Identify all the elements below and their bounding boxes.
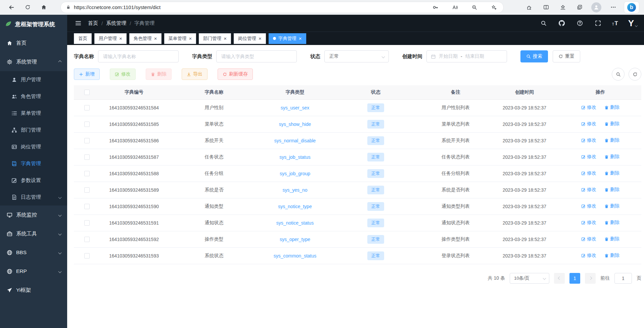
row-checkbox[interactable] (84, 253, 90, 259)
row-delete-button[interactable]: 删除 (604, 137, 619, 143)
sidebar-item-dept-mgmt[interactable]: 部门管理 (0, 122, 67, 138)
extensions-button[interactable] (523, 2, 535, 13)
dict-type-link[interactable]: sys_user_sex (281, 105, 310, 110)
row-delete-button[interactable]: 删除 (604, 170, 619, 176)
dict-type-input[interactable] (216, 50, 297, 62)
create-time-range-picker[interactable]: 开始日期 - 结束日期 (426, 50, 507, 62)
app-logo[interactable]: 意框架管理系统 (0, 15, 67, 34)
sidebar-item-post-mgmt[interactable]: 岗位管理 (0, 138, 67, 155)
tab-dict-mgmt[interactable]: 字典管理× (269, 33, 306, 44)
select-all-checkbox[interactable] (84, 90, 90, 95)
row-edit-button[interactable]: 修改 (581, 252, 596, 259)
favorites-button[interactable] (557, 2, 569, 13)
sidebar-item-home[interactable]: 首页 (0, 34, 67, 52)
github-link[interactable] (558, 19, 566, 27)
tab-role-mgmt[interactable]: 角色管理× (129, 33, 162, 44)
row-checkbox[interactable] (84, 138, 90, 143)
browser-back-button[interactable] (5, 2, 18, 13)
user-menu[interactable]: Y (628, 19, 637, 28)
sidebar-item-param-settings[interactable]: 参数设置 (0, 172, 67, 189)
dict-type-link[interactable]: sys_yes_no (283, 187, 308, 193)
row-checkbox[interactable] (84, 122, 90, 127)
edit-button[interactable]: 修改 (110, 68, 136, 80)
breadcrumb-system-mgmt[interactable]: 系统管理 (106, 20, 126, 27)
reset-button[interactable]: 重置 (553, 50, 580, 62)
row-delete-button[interactable]: 删除 (604, 121, 619, 127)
dict-type-link[interactable]: sys_oper_type (280, 237, 310, 242)
more-options-button[interactable] (607, 2, 619, 13)
dict-type-link[interactable]: sys_normal_disable (274, 138, 316, 143)
tab-user-mgmt[interactable]: 用户管理× (94, 33, 127, 44)
fullscreen-button[interactable] (594, 19, 602, 27)
row-delete-button[interactable]: 删除 (604, 236, 619, 242)
close-icon[interactable]: × (299, 36, 302, 41)
profile-button[interactable] (590, 2, 602, 13)
password-manager-button[interactable] (431, 2, 440, 13)
tab-post-mgmt[interactable]: 岗位管理× (234, 33, 266, 44)
row-checkbox[interactable] (84, 187, 90, 193)
row-checkbox[interactable] (84, 105, 90, 110)
close-icon[interactable]: × (189, 36, 192, 41)
sidebar-item-bbs[interactable]: BBS (0, 243, 67, 262)
row-delete-button[interactable]: 删除 (604, 220, 619, 226)
sidebar-item-log-mgmt[interactable]: 日志管理 (0, 189, 67, 205)
row-checkbox[interactable] (84, 171, 90, 176)
sidebar-item-dict-mgmt[interactable]: 字典管理 (0, 155, 67, 172)
close-icon[interactable]: × (224, 36, 227, 41)
collections-button[interactable] (573, 2, 586, 13)
add-favorite-button[interactable] (490, 2, 498, 13)
row-edit-button[interactable]: 修改 (581, 203, 596, 209)
dict-type-link[interactable]: sys_show_hide (279, 122, 311, 127)
breadcrumb-home[interactable]: 首页 (88, 20, 98, 27)
row-delete-button[interactable]: 删除 (604, 154, 619, 160)
row-edit-button[interactable]: 修改 (581, 154, 596, 160)
dict-type-link[interactable]: sys_job_group (280, 171, 310, 176)
zoom-button[interactable] (470, 2, 478, 13)
font-size-button[interactable]: T T (612, 20, 618, 26)
sidebar-item-menu-mgmt[interactable]: 菜单管理 (0, 105, 67, 122)
goto-page-input[interactable] (614, 273, 632, 284)
row-edit-button[interactable]: 修改 (581, 121, 596, 127)
sidebar-collapse-button[interactable] (74, 19, 83, 28)
row-delete-button[interactable]: 删除 (604, 104, 619, 110)
sidebar-item-user-mgmt[interactable]: 用户管理 (0, 71, 67, 88)
tab-menu-mgmt[interactable]: 菜单管理× (164, 33, 196, 44)
read-aloud-button[interactable] (451, 2, 459, 13)
close-icon[interactable]: × (119, 36, 122, 41)
row-delete-button[interactable]: 删除 (604, 187, 619, 193)
row-delete-button[interactable]: 删除 (604, 252, 619, 259)
export-button[interactable]: 导出 (182, 68, 208, 80)
browser-refresh-button[interactable] (21, 2, 34, 13)
tab-home[interactable]: 首页 (74, 33, 92, 44)
row-delete-button[interactable]: 删除 (604, 203, 619, 209)
help-button[interactable] (576, 19, 584, 27)
tab-dept-mgmt[interactable]: 部门管理× (199, 33, 231, 44)
add-button[interactable]: 新增 (74, 68, 100, 80)
dict-type-link[interactable]: sys_notice_type (278, 204, 312, 209)
split-screen-button[interactable] (540, 2, 552, 13)
dict-name-input[interactable] (98, 50, 179, 62)
next-page-button[interactable] (585, 273, 596, 284)
sidebar-item-erp[interactable]: ERP (0, 262, 67, 281)
sidebar-item-system-tools[interactable]: 系统工具 (0, 224, 67, 243)
close-icon[interactable]: × (259, 36, 262, 41)
search-button[interactable]: 搜索 (520, 50, 548, 62)
refresh-cache-button[interactable]: 刷新缓存 (218, 68, 253, 80)
sidebar-item-role-mgmt[interactable]: 角色管理 (0, 88, 67, 105)
page-size-select[interactable]: 10条/页 (510, 273, 549, 284)
page-number-button[interactable]: 1 (569, 273, 580, 284)
sidebar-item-yi-framework[interactable]: Yi框架 (0, 281, 67, 299)
row-checkbox[interactable] (84, 154, 90, 160)
row-edit-button[interactable]: 修改 (581, 220, 596, 226)
delete-button[interactable]: 删除 (146, 68, 172, 80)
dict-type-link[interactable]: sys_job_status (279, 154, 311, 160)
row-edit-button[interactable]: 修改 (581, 236, 596, 242)
header-search-button[interactable] (540, 19, 548, 27)
prev-page-button[interactable] (554, 273, 565, 284)
sidebar-item-system-mgmt[interactable]: 系统管理 (0, 52, 67, 71)
bing-sidebar-button[interactable]: b (624, 1, 639, 13)
dict-type-link[interactable]: sys_common_status (274, 253, 317, 259)
dict-type-link[interactable]: sys_notice_status (276, 220, 314, 226)
row-edit-button[interactable]: 修改 (581, 137, 596, 143)
status-select[interactable]: 正常 (324, 50, 389, 62)
